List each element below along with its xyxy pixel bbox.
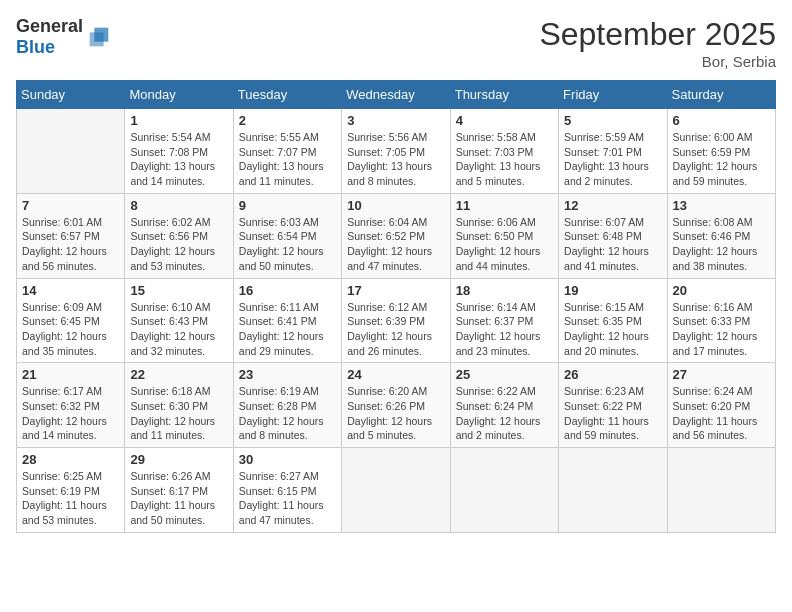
calendar-cell: 6Sunrise: 6:00 AM Sunset: 6:59 PM Daylig… xyxy=(667,109,775,194)
calendar-cell: 27Sunrise: 6:24 AM Sunset: 6:20 PM Dayli… xyxy=(667,363,775,448)
day-info: Sunrise: 6:11 AM Sunset: 6:41 PM Dayligh… xyxy=(239,300,336,359)
calendar-cell: 14Sunrise: 6:09 AM Sunset: 6:45 PM Dayli… xyxy=(17,278,125,363)
day-info: Sunrise: 6:12 AM Sunset: 6:39 PM Dayligh… xyxy=(347,300,444,359)
day-number: 22 xyxy=(130,367,227,382)
calendar-cell: 26Sunrise: 6:23 AM Sunset: 6:22 PM Dayli… xyxy=(559,363,667,448)
day-info: Sunrise: 5:59 AM Sunset: 7:01 PM Dayligh… xyxy=(564,130,661,189)
day-number: 19 xyxy=(564,283,661,298)
month-title: September 2025 xyxy=(539,16,776,53)
day-info: Sunrise: 6:26 AM Sunset: 6:17 PM Dayligh… xyxy=(130,469,227,528)
logo-text: General Blue xyxy=(16,16,83,58)
day-number: 27 xyxy=(673,367,770,382)
day-number: 3 xyxy=(347,113,444,128)
logo: General Blue xyxy=(16,16,113,58)
calendar-cell xyxy=(17,109,125,194)
calendar-cell: 11Sunrise: 6:06 AM Sunset: 6:50 PM Dayli… xyxy=(450,193,558,278)
calendar-cell: 24Sunrise: 6:20 AM Sunset: 6:26 PM Dayli… xyxy=(342,363,450,448)
weekday-header-monday: Monday xyxy=(125,81,233,109)
calendar-cell: 28Sunrise: 6:25 AM Sunset: 6:19 PM Dayli… xyxy=(17,448,125,533)
page-header: General Blue September 2025 Bor, Serbia xyxy=(16,16,776,70)
day-number: 4 xyxy=(456,113,553,128)
calendar-cell: 13Sunrise: 6:08 AM Sunset: 6:46 PM Dayli… xyxy=(667,193,775,278)
calendar-cell: 22Sunrise: 6:18 AM Sunset: 6:30 PM Dayli… xyxy=(125,363,233,448)
calendar-week-4: 21Sunrise: 6:17 AM Sunset: 6:32 PM Dayli… xyxy=(17,363,776,448)
day-number: 11 xyxy=(456,198,553,213)
day-number: 25 xyxy=(456,367,553,382)
weekday-header-wednesday: Wednesday xyxy=(342,81,450,109)
calendar-cell: 21Sunrise: 6:17 AM Sunset: 6:32 PM Dayli… xyxy=(17,363,125,448)
day-info: Sunrise: 6:20 AM Sunset: 6:26 PM Dayligh… xyxy=(347,384,444,443)
calendar-cell: 8Sunrise: 6:02 AM Sunset: 6:56 PM Daylig… xyxy=(125,193,233,278)
calendar-cell: 20Sunrise: 6:16 AM Sunset: 6:33 PM Dayli… xyxy=(667,278,775,363)
day-info: Sunrise: 6:17 AM Sunset: 6:32 PM Dayligh… xyxy=(22,384,119,443)
logo-icon xyxy=(85,23,113,51)
calendar-cell: 1Sunrise: 5:54 AM Sunset: 7:08 PM Daylig… xyxy=(125,109,233,194)
day-info: Sunrise: 6:18 AM Sunset: 6:30 PM Dayligh… xyxy=(130,384,227,443)
calendar-cell xyxy=(450,448,558,533)
calendar-cell: 16Sunrise: 6:11 AM Sunset: 6:41 PM Dayli… xyxy=(233,278,341,363)
day-number: 18 xyxy=(456,283,553,298)
day-number: 17 xyxy=(347,283,444,298)
weekday-header-thursday: Thursday xyxy=(450,81,558,109)
day-info: Sunrise: 6:23 AM Sunset: 6:22 PM Dayligh… xyxy=(564,384,661,443)
day-number: 16 xyxy=(239,283,336,298)
calendar-cell: 4Sunrise: 5:58 AM Sunset: 7:03 PM Daylig… xyxy=(450,109,558,194)
calendar-cell: 15Sunrise: 6:10 AM Sunset: 6:43 PM Dayli… xyxy=(125,278,233,363)
logo-blue: Blue xyxy=(16,37,55,57)
weekday-header-tuesday: Tuesday xyxy=(233,81,341,109)
calendar-cell: 10Sunrise: 6:04 AM Sunset: 6:52 PM Dayli… xyxy=(342,193,450,278)
day-info: Sunrise: 6:09 AM Sunset: 6:45 PM Dayligh… xyxy=(22,300,119,359)
weekday-header-sunday: Sunday xyxy=(17,81,125,109)
day-number: 6 xyxy=(673,113,770,128)
day-number: 5 xyxy=(564,113,661,128)
calendar-week-1: 1Sunrise: 5:54 AM Sunset: 7:08 PM Daylig… xyxy=(17,109,776,194)
day-number: 13 xyxy=(673,198,770,213)
day-info: Sunrise: 6:16 AM Sunset: 6:33 PM Dayligh… xyxy=(673,300,770,359)
title-area: September 2025 Bor, Serbia xyxy=(539,16,776,70)
day-number: 28 xyxy=(22,452,119,467)
day-info: Sunrise: 6:02 AM Sunset: 6:56 PM Dayligh… xyxy=(130,215,227,274)
day-info: Sunrise: 6:25 AM Sunset: 6:19 PM Dayligh… xyxy=(22,469,119,528)
day-info: Sunrise: 5:56 AM Sunset: 7:05 PM Dayligh… xyxy=(347,130,444,189)
calendar-cell: 18Sunrise: 6:14 AM Sunset: 6:37 PM Dayli… xyxy=(450,278,558,363)
day-number: 26 xyxy=(564,367,661,382)
calendar-cell: 17Sunrise: 6:12 AM Sunset: 6:39 PM Dayli… xyxy=(342,278,450,363)
calendar-cell: 30Sunrise: 6:27 AM Sunset: 6:15 PM Dayli… xyxy=(233,448,341,533)
location: Bor, Serbia xyxy=(539,53,776,70)
day-info: Sunrise: 6:00 AM Sunset: 6:59 PM Dayligh… xyxy=(673,130,770,189)
day-number: 12 xyxy=(564,198,661,213)
day-info: Sunrise: 6:03 AM Sunset: 6:54 PM Dayligh… xyxy=(239,215,336,274)
day-info: Sunrise: 6:22 AM Sunset: 6:24 PM Dayligh… xyxy=(456,384,553,443)
day-info: Sunrise: 6:07 AM Sunset: 6:48 PM Dayligh… xyxy=(564,215,661,274)
day-number: 14 xyxy=(22,283,119,298)
day-info: Sunrise: 5:54 AM Sunset: 7:08 PM Dayligh… xyxy=(130,130,227,189)
day-number: 21 xyxy=(22,367,119,382)
calendar-cell xyxy=(667,448,775,533)
day-number: 29 xyxy=(130,452,227,467)
calendar-week-5: 28Sunrise: 6:25 AM Sunset: 6:19 PM Dayli… xyxy=(17,448,776,533)
day-info: Sunrise: 6:08 AM Sunset: 6:46 PM Dayligh… xyxy=(673,215,770,274)
day-number: 20 xyxy=(673,283,770,298)
logo-general: General xyxy=(16,16,83,36)
calendar-table: SundayMondayTuesdayWednesdayThursdayFrid… xyxy=(16,80,776,533)
calendar-cell: 2Sunrise: 5:55 AM Sunset: 7:07 PM Daylig… xyxy=(233,109,341,194)
day-info: Sunrise: 6:10 AM Sunset: 6:43 PM Dayligh… xyxy=(130,300,227,359)
calendar-cell xyxy=(559,448,667,533)
calendar-cell: 5Sunrise: 5:59 AM Sunset: 7:01 PM Daylig… xyxy=(559,109,667,194)
calendar-cell: 19Sunrise: 6:15 AM Sunset: 6:35 PM Dayli… xyxy=(559,278,667,363)
weekday-header-row: SundayMondayTuesdayWednesdayThursdayFrid… xyxy=(17,81,776,109)
day-info: Sunrise: 6:06 AM Sunset: 6:50 PM Dayligh… xyxy=(456,215,553,274)
calendar-cell: 7Sunrise: 6:01 AM Sunset: 6:57 PM Daylig… xyxy=(17,193,125,278)
day-number: 30 xyxy=(239,452,336,467)
weekday-header-saturday: Saturday xyxy=(667,81,775,109)
day-info: Sunrise: 5:55 AM Sunset: 7:07 PM Dayligh… xyxy=(239,130,336,189)
calendar-cell xyxy=(342,448,450,533)
calendar-cell: 29Sunrise: 6:26 AM Sunset: 6:17 PM Dayli… xyxy=(125,448,233,533)
calendar-cell: 12Sunrise: 6:07 AM Sunset: 6:48 PM Dayli… xyxy=(559,193,667,278)
day-number: 15 xyxy=(130,283,227,298)
day-info: Sunrise: 5:58 AM Sunset: 7:03 PM Dayligh… xyxy=(456,130,553,189)
calendar-cell: 3Sunrise: 5:56 AM Sunset: 7:05 PM Daylig… xyxy=(342,109,450,194)
day-info: Sunrise: 6:19 AM Sunset: 6:28 PM Dayligh… xyxy=(239,384,336,443)
calendar-cell: 9Sunrise: 6:03 AM Sunset: 6:54 PM Daylig… xyxy=(233,193,341,278)
day-number: 9 xyxy=(239,198,336,213)
